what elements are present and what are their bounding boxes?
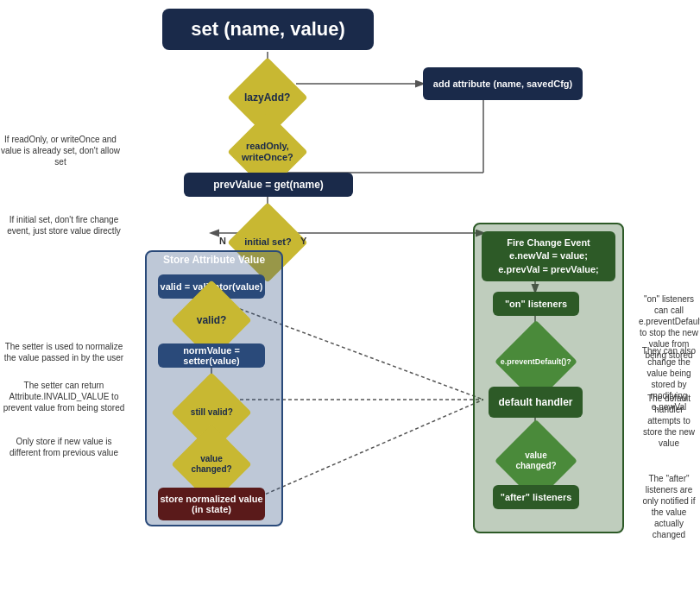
add-attribute-box: add attribute (name, savedCfg) bbox=[423, 67, 583, 100]
fire-change-box: Fire Change Event e.newVal = value; e.pr… bbox=[482, 231, 615, 281]
valuechanged2-diamond: value changed? bbox=[507, 432, 565, 490]
annotation-invalid-value: The setter can return Attribute.INVALID_… bbox=[0, 380, 128, 413]
title-box: set (name, value) bbox=[162, 9, 374, 50]
annotation-default-handler: The default handler attempts to store th… bbox=[639, 393, 699, 449]
normvalue-box: normValue = setter(value) bbox=[158, 343, 265, 368]
initialset-y-label: Y bbox=[300, 235, 306, 247]
annotation-after-listener: The "after" listeners are only notified … bbox=[639, 473, 699, 540]
default-handler-box: default handler bbox=[489, 387, 583, 418]
initialset-n-label: N bbox=[219, 235, 226, 247]
annotation-setter: The setter is used to normalize the valu… bbox=[0, 341, 128, 363]
valid-diamond: valid? bbox=[183, 292, 240, 349]
prevvalue-box: prevValue = get(name) bbox=[184, 173, 353, 197]
diagram-container: set (name, value) lazyAdd? N add attribu… bbox=[0, 0, 700, 605]
after-listeners-box: "after" listeners bbox=[493, 485, 579, 509]
annotation-initialset: If initial set, don't fire change event,… bbox=[0, 214, 128, 236]
svg-line-17 bbox=[255, 400, 483, 499]
annotation-new-value: Only store if new value is different fro… bbox=[0, 436, 128, 458]
store-section-label: Store Attribute Value bbox=[148, 254, 280, 268]
on-listeners-box: "on" listeners bbox=[493, 292, 579, 316]
annotation-readonly: If readOnly, or writeOnce and value is a… bbox=[0, 134, 121, 167]
store-normalized-box: store normalized value (in state) bbox=[158, 488, 265, 520]
valuechanged-diamond: value changed? bbox=[183, 436, 240, 493]
preventdefault-diamond: e.preventDefault()? bbox=[507, 332, 565, 391]
